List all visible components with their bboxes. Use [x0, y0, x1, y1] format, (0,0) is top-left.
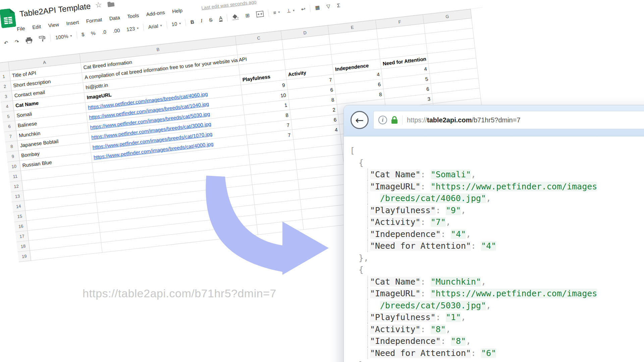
vertical-align-button[interactable]: ⊥▾ [283, 5, 299, 16]
strikethrough-button[interactable]: S [205, 14, 216, 25]
json-line: "Need for Attention": "6" [344, 347, 644, 359]
row-header-16[interactable]: 16 [14, 221, 28, 232]
row-header-9[interactable]: 9 [6, 151, 20, 162]
cell-text: 5 [425, 76, 428, 82]
move-folder-icon[interactable] [107, 1, 115, 7]
json-key: "Need for Attention" [370, 241, 471, 251]
decrease-decimals-button[interactable]: .0 [98, 26, 110, 37]
json-line: /breeds/cat/5030.jpg", [344, 300, 644, 312]
cell-text: Somali [16, 111, 32, 118]
row-header-18[interactable]: 18 [16, 241, 30, 252]
json-line: "Independence": "8", [344, 335, 644, 347]
cell-text: hi@jottr.in [85, 82, 108, 90]
cell-text: Balinese [17, 120, 37, 128]
cell-text: 6 [426, 86, 429, 92]
json-key: "Activity" [370, 324, 421, 334]
json-punctuation: : [421, 289, 431, 298]
dropdown-caret-icon: ▾ [293, 8, 295, 12]
menu-item-tools[interactable]: Tools [123, 12, 143, 19]
star-icon[interactable]: ☆ [95, 0, 102, 10]
row-header-5[interactable]: 5 [2, 111, 15, 122]
row-header-12[interactable]: 12 [10, 181, 23, 192]
url-domain: table2api.com [427, 116, 472, 124]
json-key: "ImageURL" [370, 182, 421, 191]
json-line: } [344, 359, 644, 362]
row-header-7[interactable]: 7 [4, 131, 17, 142]
row-header-3[interactable]: 3 [0, 91, 13, 102]
back-button[interactable]: ← [351, 111, 369, 129]
font-family-select[interactable]: Arial▾ [144, 20, 166, 32]
row-header-19[interactable]: 19 [18, 251, 31, 262]
json-value: "6" [481, 348, 496, 358]
json-value: "4" [451, 229, 466, 239]
more-formats-button[interactable]: 123▾ [123, 22, 143, 35]
menu-item-edit[interactable]: Edit [28, 23, 45, 30]
json-punctuation: [ [350, 146, 355, 156]
menu-item-insert[interactable]: Insert [62, 19, 83, 27]
transform-arrow [201, 169, 335, 280]
json-punctuation: { [359, 158, 364, 168]
menu-item-data[interactable]: Data [105, 14, 124, 22]
json-value: "9" [446, 205, 461, 215]
merge-cells-button[interactable] [252, 8, 267, 20]
text-color-button[interactable]: A [215, 13, 226, 24]
bold-button[interactable]: B [186, 16, 198, 27]
json-punctuation: : [421, 324, 431, 334]
row-header-14[interactable]: 14 [12, 201, 25, 212]
undo-button[interactable]: ↶ [0, 37, 12, 48]
json-punctuation: : [436, 205, 446, 215]
increase-decimals-button[interactable]: .00 [109, 25, 124, 36]
menu-item-view[interactable]: View [44, 21, 63, 28]
menu-item-addons[interactable]: Add-ons [142, 9, 169, 17]
row-header-13[interactable]: 13 [11, 191, 24, 202]
json-line: "ImageURL": "https://www.petfinder.com/i… [344, 288, 644, 300]
row-header-4[interactable]: 4 [1, 101, 14, 112]
address-bar[interactable]: i https://table2api.com/b71hr5?dmin=7 [373, 111, 644, 129]
lock-icon[interactable] [391, 116, 398, 124]
cell-text: ImageURL [87, 92, 112, 100]
cell-text: Bombay [21, 150, 40, 158]
json-punctuation: , [461, 205, 466, 215]
format-currency-button[interactable]: $ [77, 29, 88, 40]
print-button[interactable] [22, 35, 36, 46]
cell-text: 10 [280, 92, 286, 99]
format-percent-button[interactable]: % [87, 27, 100, 39]
watermark-url: https://table2api.com/b71hr5?dmin=7 [83, 287, 276, 300]
info-icon[interactable]: i [378, 116, 387, 124]
json-value: /breeds/cat/4060.jpg" [380, 193, 486, 203]
italic-button[interactable]: I [197, 15, 206, 26]
fill-color-button[interactable] [228, 11, 243, 22]
cell-text: Munchkin [18, 130, 41, 138]
zoom-select[interactable]: 100%▾ [51, 30, 75, 43]
horizontal-align-button[interactable]: ≡▾ [269, 6, 284, 18]
row-header-10[interactable]: 10 [7, 161, 21, 172]
dropdown-caret-icon: ▾ [160, 23, 162, 27]
redo-button[interactable]: ↷ [11, 36, 23, 47]
text-wrap-button[interactable]: ↩ [297, 4, 309, 15]
menu-item-format[interactable]: Format [82, 16, 106, 24]
json-key: "Need for Attention" [370, 348, 471, 358]
json-line: "Cat Name": "Somali", [344, 169, 644, 181]
row-header-8[interactable]: 8 [5, 141, 18, 152]
toolbar-separator [143, 24, 144, 31]
json-line: /breeds/cat/4060.jpg", [344, 192, 644, 204]
row-header-6[interactable]: 6 [3, 121, 16, 132]
row-header-11[interactable]: 11 [9, 171, 22, 182]
row-header-15[interactable]: 15 [13, 211, 26, 222]
functions-button[interactable]: Σ [333, 0, 344, 11]
json-punctuation: : [421, 182, 431, 191]
filter-button[interactable]: ▽ [323, 1, 334, 12]
borders-button[interactable]: ⊞ [241, 10, 254, 21]
insert-chart-button[interactable]: ▦ [311, 2, 324, 13]
cell-text: 8 [285, 112, 288, 118]
row-header-2[interactable]: 2 [0, 81, 12, 92]
cell-text: 8 [331, 97, 334, 103]
paint-format-button[interactable] [35, 33, 50, 45]
font-size-select[interactable]: 10▾ [168, 18, 185, 29]
menu-item-help[interactable]: Help [168, 7, 186, 14]
cell-text: 3 [427, 96, 431, 102]
google-sheets-logo[interactable] [0, 8, 16, 28]
row-header-17[interactable]: 17 [15, 231, 29, 242]
row-header-1[interactable]: 1 [0, 71, 11, 82]
toolbar-separator [76, 31, 77, 39]
